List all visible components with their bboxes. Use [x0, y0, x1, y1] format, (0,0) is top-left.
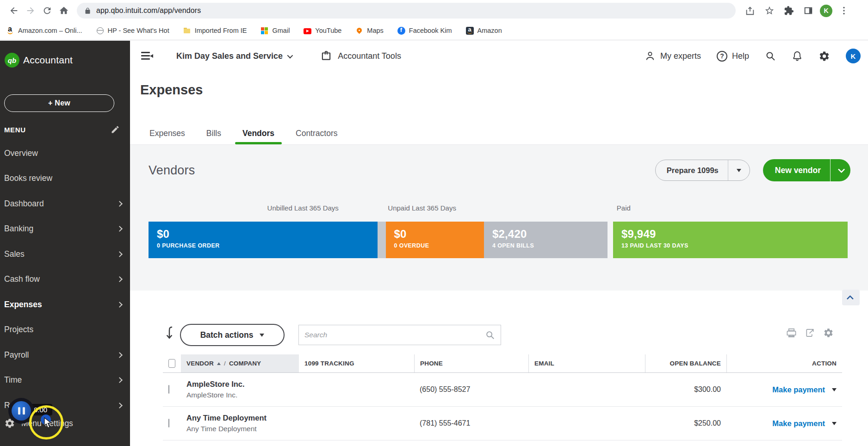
sidebar: qb Accountant + New MENU Overview Books … [0, 41, 130, 446]
reload-icon[interactable] [39, 2, 56, 19]
bookmark-item[interactable]: Imported From IE [183, 27, 247, 35]
moneybar-segment-open-bills[interactable]: $2,420 4 OPEN BILLS [484, 222, 608, 258]
new-button[interactable]: + New [4, 94, 114, 112]
tab[interactable]: Vendors [242, 122, 274, 144]
page-title: Expenses [140, 82, 203, 98]
print-icon[interactable] [786, 328, 797, 338]
tab[interactable]: Contractors [296, 122, 337, 144]
row-checkbox[interactable] [168, 419, 169, 427]
column-email[interactable]: EMAIL [528, 354, 645, 372]
row-checkbox[interactable] [168, 385, 169, 394]
moneybar-gap [608, 222, 613, 258]
sidebar-item[interactable]: Sales [0, 242, 130, 267]
column-1099-tracking[interactable]: 1099 TRACKING [299, 354, 414, 372]
bookmark-label: HP - See What's Hot [108, 27, 169, 34]
sidebar-item[interactable]: Overview [0, 141, 130, 166]
sidebar-item[interactable]: Books review [0, 166, 130, 192]
sidebar-item[interactable]: Dashboard [0, 191, 130, 217]
sort-arrow-icon[interactable] [165, 326, 175, 341]
export-icon[interactable] [805, 328, 815, 338]
vendor-cell[interactable]: AmpleStore Inc. AmpleStore Inc. [181, 380, 299, 399]
sidebar-item-label: Payroll [4, 350, 118, 360]
bookmark-item[interactable]: Gmail [260, 27, 290, 35]
vendor-cell[interactable]: Any Time Deployment Any Time Deployment [181, 414, 299, 433]
settings-gear-icon[interactable] [818, 50, 830, 62]
search-input[interactable] [304, 331, 485, 339]
sidebar-item[interactable]: Projects [0, 317, 130, 343]
user-avatar[interactable]: K [846, 49, 861, 63]
bookmark-item[interactable]: Amazon.com – Onli... [6, 27, 82, 35]
side-panel-icon[interactable] [800, 2, 816, 19]
bookmark-favicon [6, 27, 14, 35]
moneybar-segment-overdue[interactable]: $0 0 OVERDUE [386, 222, 484, 258]
moneybar-segment-purchase-orders[interactable]: $0 0 PURCHASE ORDER [149, 222, 378, 258]
share-icon[interactable] [742, 2, 758, 19]
moneybar-group-label: Unbilled Last 365 Days [267, 204, 339, 212]
new-vendor-dropdown[interactable] [831, 168, 850, 173]
company-switcher[interactable]: Kim Day Sales and Service [176, 51, 291, 61]
table-controls: Batch actions [130, 324, 868, 346]
bookmark-label: Amazon.com – Onli... [18, 27, 82, 34]
column-separator: / [224, 360, 226, 367]
vendor-company: AmpleStore Inc. [186, 391, 293, 399]
accountant-tools[interactable]: Accountant Tools [320, 50, 401, 62]
bookmark-favicon [466, 27, 474, 35]
bookmark-star-icon[interactable] [762, 2, 777, 19]
segment-caption: 0 OVERDUE [394, 242, 484, 249]
sidebar-item[interactable]: Time [0, 368, 130, 393]
vendor-name[interactable]: Any Time Deployment [186, 414, 293, 422]
make-payment-button[interactable]: Make payment [732, 419, 837, 428]
topbar-actions: My experts Help K [645, 49, 861, 63]
sidebar-item[interactable]: Payroll [0, 342, 130, 368]
hamburger-collapse-icon[interactable] [141, 52, 153, 60]
bookmark-item[interactable]: Maps [355, 27, 383, 35]
collapse-moneybar-button[interactable] [842, 290, 860, 305]
company-name: Kim Day Sales and Service [176, 51, 283, 61]
bookmark-item[interactable]: Amazon [466, 27, 502, 35]
batch-actions-button[interactable]: Batch actions [180, 324, 285, 346]
bookmark-item[interactable]: Facebook Kim [397, 27, 452, 35]
new-vendor-button[interactable]: New vendor [763, 159, 850, 181]
sidebar-item[interactable]: Expenses [0, 292, 130, 317]
prepare-1099s-dropdown[interactable] [728, 169, 750, 172]
segment-amount: $9,949 [621, 228, 848, 241]
chevron-right-icon [117, 226, 123, 232]
table-settings-gear-icon[interactable] [823, 328, 834, 338]
chevron-right-icon [117, 276, 123, 282]
browser-menu-dots-icon[interactable] [836, 2, 852, 19]
select-all-checkbox[interactable] [168, 359, 175, 368]
moneybar-segment-paid[interactable]: $9,949 13 PAID LAST 30 DAYS [613, 222, 848, 258]
make-payment-button[interactable]: Make payment [732, 385, 837, 394]
search-icon[interactable] [765, 50, 776, 62]
sidebar-item-label: Sales [4, 249, 118, 259]
browser-profile-avatar[interactable]: K [820, 5, 832, 17]
column-vendor-company[interactable]: VENDOR / COMPANY [181, 354, 299, 372]
table-tools [786, 328, 834, 338]
prepare-1099s-button[interactable]: Prepare 1099s [655, 160, 750, 181]
my-experts[interactable]: My experts [645, 50, 701, 62]
sidebar-item[interactable]: Banking [0, 217, 130, 242]
back-icon[interactable] [6, 2, 22, 19]
tab[interactable]: Expenses [149, 122, 185, 144]
action-dropdown-icon[interactable] [832, 388, 837, 391]
help[interactable]: Help [717, 51, 749, 62]
home-icon[interactable] [56, 2, 72, 19]
extensions-icon[interactable] [781, 2, 797, 19]
column-phone[interactable]: PHONE [414, 354, 528, 372]
edit-menu-pencil-icon[interactable] [111, 125, 120, 134]
sidebar-item[interactable]: Cash flow [0, 267, 130, 292]
tab-label: Bills [206, 129, 221, 138]
tab[interactable]: Bills [206, 122, 221, 144]
bookmark-item[interactable]: YouTube [304, 27, 341, 34]
forward-icon[interactable] [22, 2, 39, 19]
notifications-bell-icon[interactable] [792, 50, 803, 62]
sidebar-item-label: Dashboard [4, 199, 118, 209]
vendor-name[interactable]: AmpleStore Inc. [186, 380, 293, 389]
address-bar[interactable]: app.qbo.intuit.com/app/vendors [77, 3, 736, 19]
chevron-right-icon [117, 403, 123, 409]
row-select-cell [163, 385, 181, 394]
vendor-search[interactable] [298, 325, 501, 345]
action-dropdown-icon[interactable] [832, 422, 837, 425]
column-open-balance[interactable]: OPEN BALANCE [645, 354, 726, 372]
bookmark-item[interactable]: HP - See What's Hot [96, 27, 169, 35]
